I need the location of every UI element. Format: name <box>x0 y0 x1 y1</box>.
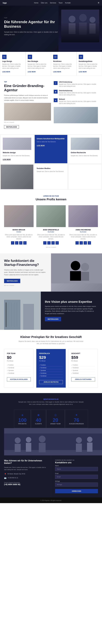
form-input-email[interactable] <box>55 475 98 479</box>
nav-links: Home Über uns Services Team Kontakt <box>34 2 71 4</box>
startup-title: Wie funktioniert die Startup-Finanzierun… <box>4 259 47 267</box>
svg-point-24 <box>26 437 31 442</box>
svg-rect-19 <box>16 302 18 327</box>
feature-icon-0: ✦ <box>54 81 58 85</box>
svg-point-1 <box>69 16 76 22</box>
service-link-2[interactable]: LESE MEHR <box>53 71 61 72</box>
feature-item-0: ✦ UI/UX Entwicklung Sample text. Click t… <box>54 81 98 87</box>
nav-about[interactable]: Über uns <box>41 2 47 4</box>
service-desc-1: Sample text. Click to select the text bo… <box>28 63 49 69</box>
stat-icon-3: ★ <box>69 413 84 416</box>
pricing-section: Kleiner Preisplan für Ihr kreatives Gesc… <box>0 330 102 393</box>
svg-point-22 <box>15 438 21 444</box>
svg-rect-15 <box>5 302 7 327</box>
service-link-3[interactable]: LESE MEHR <box>79 71 87 72</box>
quality-title-4: Sozialen Medien <box>37 167 65 170</box>
vision-cta-button[interactable]: WEITERLESEN <box>45 317 61 321</box>
hero-image <box>58 0 102 52</box>
social-extra-0[interactable]: in <box>23 241 26 244</box>
startup-cta-button[interactable]: WEITERLESEN <box>4 279 20 283</box>
navbar: logo Home Über uns Services Team Kontakt… <box>0 0 102 6</box>
social-twitter-0[interactable]: y <box>15 241 18 244</box>
hero-description: Sample text. Click to select the text bo… <box>4 31 58 36</box>
form-submit-button[interactable]: EINREICHEN <box>55 489 98 493</box>
pricing-cta-0[interactable]: Kostenlos hochladen <box>7 377 31 381</box>
svg-rect-17 <box>11 302 12 327</box>
team-member-1: BOB GREENFIELD Buchhalter Ohne Lorem Ips… <box>36 205 66 244</box>
founder-left: TOP Eine Gründer-Branding-Agentur Pulvin… <box>4 81 51 129</box>
quality-link-1[interactable]: LESE MEHR <box>37 145 45 146</box>
vision-description: Egestas purus viverra accumsan in nisl n… <box>45 305 98 315</box>
contact-left: Was können wir für Ihr Unternehmen biete… <box>0 456 51 498</box>
service-icon-1: 02 <box>28 55 32 59</box>
form-input-inquiry[interactable] <box>55 482 98 486</box>
contact-form-title: Kontaktiere uns <box>55 462 98 464</box>
svg-rect-2 <box>69 23 76 34</box>
social-twitter-2[interactable]: y <box>80 241 83 244</box>
founder-description: Pulvinar pellentesque habitant morbi tri… <box>4 94 51 102</box>
pricing-title: Kleiner Preisplan für Ihr kreatives Gesc… <box>4 335 98 339</box>
nav-services[interactable]: Services <box>50 2 56 4</box>
startup-section: Wie funktioniert die Startup-Finanzierun… <box>0 254 102 292</box>
svg-rect-6 <box>89 24 96 34</box>
founder-right-image <box>54 107 98 123</box>
service-title-2: Richtlinien <box>53 60 74 62</box>
social-linkedin-2[interactable]: in <box>84 241 87 244</box>
feature-li: ✓ Kombinat <box>7 372 31 375</box>
stats-grid: ◈ 100 PROJEKTE ◉ 40 CLIENTS ◎ 20 UNSER T… <box>4 410 98 428</box>
nav-contact[interactable]: Kontakt <box>65 2 71 4</box>
social-extra-2[interactable]: in <box>88 241 91 244</box>
stat-icon-1: ◉ <box>35 413 42 416</box>
member-desc-2: Ohne Lorem Ipsum fährt der Text, als wär… <box>68 234 98 240</box>
social-twitter-1[interactable]: y <box>47 241 51 244</box>
pricing-card-1: persönlich $29 Pro Monat ✓ Funktion ✓ Ko… <box>36 349 66 388</box>
svg-rect-16 <box>8 302 9 327</box>
nav-home[interactable]: Home <box>34 2 38 4</box>
form-input-name[interactable] <box>55 467 98 471</box>
form-label-email: Email <box>55 473 98 474</box>
founder-label: TOP <box>4 81 51 83</box>
service-link-0[interactable]: LESE MEHR <box>2 71 10 72</box>
founder-cta-button[interactable]: WEITERLESEN <box>4 125 19 129</box>
member-photo-2 <box>68 205 98 227</box>
member-photo-0 <box>4 205 34 227</box>
stats-description: Sample text. Click to select the text bo… <box>17 401 85 406</box>
price-2: $59 <box>71 355 95 360</box>
quality-card-3 <box>1 164 33 189</box>
hero-content: TOP Die führende Agentur für Ihr Busines… <box>0 9 63 43</box>
pricing-grid: Für Team $0 Pro Monat ✓ Funktion ✓ Kombi… <box>4 349 98 388</box>
feature-icon-1: ◉ <box>54 90 58 94</box>
pricing-cta-2[interactable]: Jährlich fortfahren <box>71 377 95 381</box>
member-name-0: MARIA BRAUN <box>4 229 34 231</box>
contact-info: 📍 50 Street, Newark City, NY10 📧 +4 203 … <box>4 473 47 480</box>
member-role-1: Buchhalter <box>36 231 66 233</box>
logo: logo <box>3 2 7 4</box>
nav-team[interactable]: Team <box>59 2 63 4</box>
quality-link-0[interactable]: LESE MEHR <box>3 159 11 160</box>
stat-label-3: AUSZEICHNUNGEN <box>69 423 84 424</box>
service-link-1[interactable]: LESE MEHR <box>28 71 36 72</box>
quality-title-2: Online-Recherche <box>71 152 99 154</box>
social-facebook-1[interactable]: f <box>43 241 47 244</box>
social-linkedin-0[interactable]: in <box>19 241 22 244</box>
social-facebook-2[interactable]: f <box>76 241 79 244</box>
hamburger-icon[interactable]: ≡ <box>98 1 99 4</box>
quality-img-3 <box>1 164 33 189</box>
social-facebook-0[interactable]: f <box>11 241 14 244</box>
social-linkedin-1[interactable]: in <box>51 241 55 244</box>
feature-li: ✓ Kombinat <box>39 372 63 375</box>
stat-label-0: PROJEKTE <box>18 423 27 424</box>
member-photo-1 <box>36 205 66 227</box>
feature-li: ✓ Symbole <box>39 369 63 372</box>
price-period-2: Pro Monat <box>71 360 95 362</box>
team-header: Lernen Sie das Team Unsere Profis kennen <box>4 195 98 201</box>
contact-section: Was können wir für Ihr Unternehmen biete… <box>0 456 102 498</box>
service-desc-0: Sample text. Click to select the text bo… <box>2 63 23 69</box>
feature-li: ✓ Kombinat <box>71 372 95 375</box>
footer: © 2024 Agentur. All rights reserved. <box>0 498 102 503</box>
pricing-cta-1[interactable]: Jährlich beitreten <box>39 380 63 384</box>
pricing-card-2: Geschäft $59 Pro Monat ✓ Funktion ✓ Komb… <box>68 349 98 388</box>
stat-number-2: 20 <box>50 417 61 423</box>
social-extra-1[interactable]: in <box>55 241 59 244</box>
plan-label-1: persönlich <box>39 352 63 354</box>
